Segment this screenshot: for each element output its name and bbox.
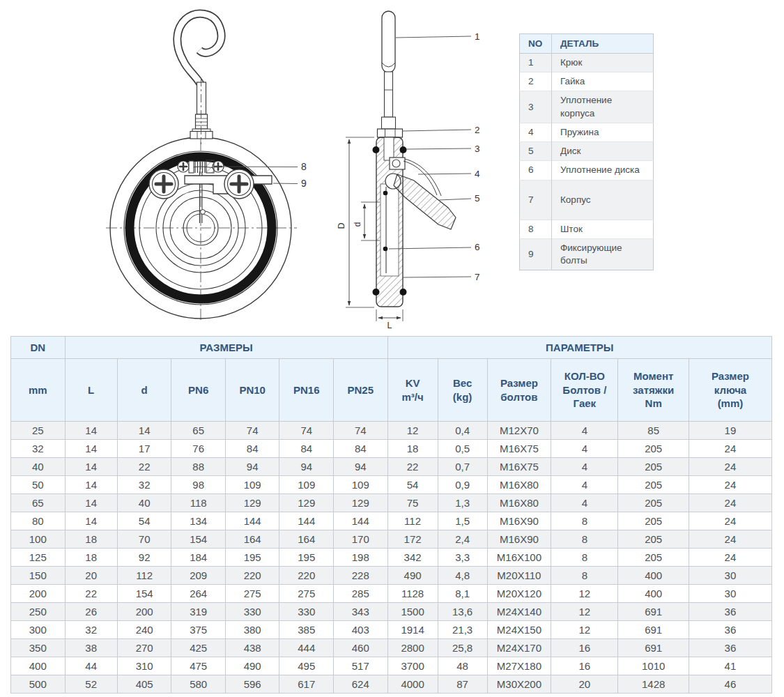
spec-cell: 98 — [171, 476, 226, 494]
spec-cell: 490 — [225, 657, 279, 675]
side-view-geometry — [346, 11, 471, 321]
spec-column-header: d — [117, 359, 171, 422]
spec-column-header: PN10 — [225, 359, 279, 422]
spec-cell: 228 — [334, 567, 388, 585]
dimension-L — [376, 309, 403, 321]
spec-cell: 24 — [689, 530, 771, 549]
dim-label-d: d — [353, 222, 362, 227]
spec-cell: M20X110 — [487, 567, 551, 585]
spec-cell: 195 — [225, 549, 279, 567]
parts-cell-no: 7 — [520, 180, 552, 220]
spec-cell: 154 — [171, 530, 226, 549]
spec-cell: 400 — [618, 585, 689, 603]
spec-cell: 100 — [11, 530, 66, 549]
spec-cell: 112 — [387, 512, 438, 530]
spec-column-header: mm — [11, 359, 66, 422]
spec-column-header: Вес (kg) — [438, 359, 487, 422]
spec-cell: 350 — [11, 639, 66, 657]
spec-cell: 4 — [551, 422, 618, 440]
spec-cell: 80 — [11, 512, 66, 530]
spec-cell: 48 — [438, 657, 487, 675]
spec-cell: 691 — [618, 603, 689, 621]
spec-cell: 14 — [65, 440, 117, 458]
spec-cell: M30X200 — [487, 675, 551, 694]
valve-front-view-drawing: 8 9 — [28, 1, 328, 328]
spec-row: 2002215426427527528511288,1M20X120124003… — [11, 585, 772, 603]
parts-row: 8Шток — [520, 220, 654, 238]
spec-cell: M16X75 — [487, 440, 551, 458]
spec-cell: 1914 — [387, 621, 438, 639]
spec-cell: 92 — [117, 549, 171, 567]
spec-cell: 65 — [11, 494, 66, 512]
parts-cell-no: 6 — [520, 161, 552, 180]
spec-cell: 8 — [551, 530, 618, 549]
spec-cell: 14 — [65, 476, 117, 494]
parts-cell-no: 5 — [520, 142, 552, 161]
spec-cell: 144 — [225, 512, 279, 530]
callout-5-disc: 5 — [475, 193, 480, 204]
spec-cell: 1428 — [618, 675, 689, 694]
spec-group-header-row: DN РАЗМЕРЫ ПАРАМЕТРЫ — [11, 337, 772, 359]
spec-cell: 36 — [689, 603, 771, 621]
spec-cell: 12 — [387, 422, 438, 440]
spec-cell: 129 — [279, 494, 334, 512]
spec-cell: 150 — [11, 567, 66, 585]
spec-column-header: KV m³/ч — [387, 359, 438, 422]
spec-cell: 240 — [117, 621, 171, 639]
spec-cell: 38 — [65, 639, 117, 657]
spec-cell: 205 — [618, 440, 689, 458]
spec-cell: 87 — [438, 675, 487, 694]
dim-label-L: L — [387, 321, 392, 330]
spec-cell: 70 — [117, 530, 171, 549]
spec-cell: 330 — [279, 603, 334, 621]
spec-cell: 12 — [551, 621, 618, 639]
parts-table-body: 1Крюк2Гайка3Уплотнение корпуса4Пружина5Д… — [520, 54, 654, 270]
parts-cell-detail: Уплотнение диска — [552, 161, 654, 180]
callout-6-disc-seal: 6 — [475, 242, 480, 252]
spec-cell: 134 — [171, 512, 226, 530]
spec-table: DN РАЗМЕРЫ ПАРАМЕТРЫ mmLdPN6PN10PN16PN25… — [10, 336, 772, 694]
spec-cell: 172 — [387, 530, 438, 549]
nut-front — [190, 132, 213, 139]
front-view-geometry — [106, 14, 298, 321]
spec-cell: 375 — [171, 621, 226, 639]
spec-cell: 275 — [279, 585, 334, 603]
callout-9-fixing-bolts: 9 — [301, 178, 307, 189]
spec-cell: 75 — [387, 494, 438, 512]
parts-cell-detail: Фиксирующие болты — [552, 238, 654, 270]
nut-side — [378, 129, 403, 137]
spec-cell: 18 — [387, 440, 438, 458]
parts-col-detail: ДЕТАЛЬ — [552, 34, 654, 54]
spec-cell: 54 — [387, 476, 438, 494]
spec-cell: 270 — [117, 639, 171, 657]
spec-row: 30032240375380385403191421,3M24X15012691… — [11, 621, 772, 639]
parts-cell-no: 9 — [520, 238, 552, 270]
spec-cell: 4 — [551, 494, 618, 512]
spec-cell: 342 — [387, 549, 438, 567]
spec-cell: 14 — [65, 494, 117, 512]
spec-cell: 17 — [117, 440, 171, 458]
spec-cell: 200 — [11, 585, 66, 603]
callout-7-body: 7 — [475, 272, 480, 282]
spec-cell: 0,9 — [438, 476, 487, 494]
callout-1-hook: 1 — [475, 31, 480, 42]
parts-cell-no: 3 — [520, 91, 552, 123]
spec-cell: 0,7 — [438, 458, 487, 476]
parts-col-no: NO — [520, 34, 552, 54]
spec-cell: 88 — [171, 458, 226, 476]
spec-cell: 65 — [171, 422, 226, 440]
callout-8-shtok: 8 — [301, 161, 307, 172]
spec-cell: 24 — [689, 512, 771, 530]
spec-cell: 20 — [551, 675, 618, 694]
spec-column-header: КОЛ-ВО Болтов / Гаек — [551, 359, 618, 422]
spec-cell: 0,4 — [438, 422, 487, 440]
spec-cell: 25,8 — [438, 639, 487, 657]
spec-cell: 624 — [334, 675, 388, 694]
spec-cell: 495 — [279, 657, 334, 675]
spec-cell: 343 — [334, 603, 388, 621]
spec-cell: 94 — [334, 458, 388, 476]
parts-header-row: NO ДЕТАЛЬ — [520, 34, 654, 54]
spec-cell: 1500 — [387, 603, 438, 621]
spec-cell: 22 — [117, 458, 171, 476]
spec-subheader-row: mmLdPN6PN10PN16PN25KV m³/чВес (kg)Размер… — [11, 359, 772, 422]
